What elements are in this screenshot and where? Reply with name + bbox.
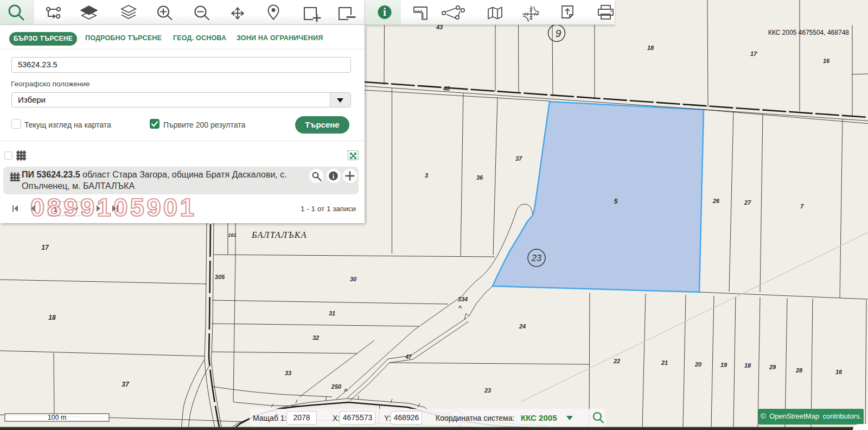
svg-text:21: 21 <box>661 359 668 366</box>
svg-text:23: 23 <box>484 387 491 394</box>
svg-text:3: 3 <box>425 172 428 179</box>
svg-text:23: 23 <box>531 254 541 263</box>
svg-text:16: 16 <box>823 58 830 64</box>
svg-text:31: 31 <box>329 310 335 317</box>
svg-text:334: 334 <box>458 296 468 302</box>
svg-text:17: 17 <box>750 50 757 57</box>
svg-text:^: ^ <box>344 388 348 394</box>
svg-text:22: 22 <box>613 358 620 364</box>
svg-text:33: 33 <box>285 370 291 376</box>
svg-text:250: 250 <box>331 383 342 390</box>
svg-text:^: ^ <box>458 305 462 311</box>
svg-text:17: 17 <box>41 244 49 251</box>
svg-text:ККС 2005 4675504, 468748: ККС 2005 4675504, 468748 <box>768 29 850 36</box>
svg-text:27: 27 <box>744 199 751 206</box>
svg-text:9: 9 <box>556 28 561 39</box>
svg-text:20: 20 <box>694 361 702 368</box>
svg-text:48: 48 <box>443 85 450 92</box>
svg-text:16: 16 <box>835 369 843 375</box>
svg-text:БАЛТАЛЪКА: БАЛТАЛЪКА <box>251 230 307 239</box>
svg-text:37: 37 <box>515 155 522 162</box>
svg-text:i: i <box>333 172 335 180</box>
svg-text:18: 18 <box>744 362 751 369</box>
svg-text:28: 28 <box>795 367 803 374</box>
svg-text:26: 26 <box>712 198 720 204</box>
svg-text:36: 36 <box>476 174 483 181</box>
svg-text:161: 161 <box>228 232 236 238</box>
svg-text:19: 19 <box>720 362 727 368</box>
svg-text:32: 32 <box>312 334 319 341</box>
svg-text:24: 24 <box>519 323 526 330</box>
svg-text:7: 7 <box>800 203 804 210</box>
svg-text:30: 30 <box>350 276 357 282</box>
svg-text:29: 29 <box>769 364 776 370</box>
svg-text:305: 305 <box>215 274 225 280</box>
svg-text:37: 37 <box>122 381 130 388</box>
svg-text:5: 5 <box>614 198 618 205</box>
svg-text:47: 47 <box>405 354 412 360</box>
svg-text:i: i <box>383 6 386 18</box>
svg-text:18: 18 <box>647 45 654 51</box>
svg-text:18: 18 <box>48 314 56 321</box>
